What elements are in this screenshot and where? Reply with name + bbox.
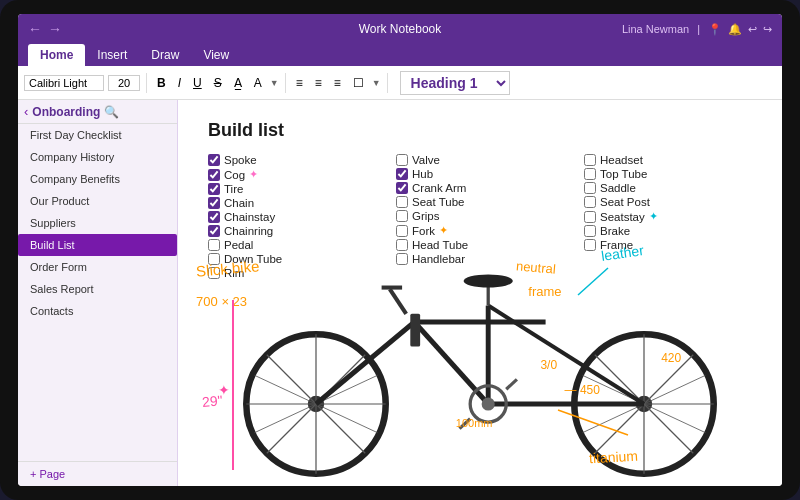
check-fork-input[interactable] xyxy=(396,225,408,237)
forward-arrow[interactable]: → xyxy=(48,21,62,37)
sidebar-item-company-history[interactable]: Company History xyxy=(18,146,177,168)
check-seatstay: Seatstay ✦ xyxy=(584,209,752,224)
check-chain-input[interactable] xyxy=(208,197,220,209)
check-grips: Grips xyxy=(396,209,564,223)
redo-icon[interactable]: ↪ xyxy=(763,23,772,36)
check-spoke: Spoke xyxy=(208,153,376,167)
bold-button[interactable]: B xyxy=(153,74,170,92)
notebook-section-label: Onboarding xyxy=(32,105,100,119)
title-bar-left: ← → xyxy=(28,21,62,37)
indent-button[interactable]: ≡ xyxy=(330,74,345,92)
undo-icon[interactable]: ↩ xyxy=(748,23,757,36)
check-tire: Tire xyxy=(208,182,376,196)
check-seat-tube: Seat Tube xyxy=(396,195,564,209)
sidebar-item-build-list[interactable]: Build List xyxy=(18,234,177,256)
font-color-button[interactable]: A xyxy=(250,74,266,92)
check-tire-input[interactable] xyxy=(208,183,220,195)
check-top-tube-input[interactable] xyxy=(584,168,596,180)
back-arrow[interactable]: ← xyxy=(28,21,42,37)
page-content: Build list Spoke Cog ✦ xyxy=(178,100,782,486)
numbered-list-button[interactable]: ≡ xyxy=(311,74,326,92)
main-content: ‹ Onboarding 🔍 First Day Checklist Compa… xyxy=(18,100,782,486)
user-name: Lina Newman xyxy=(622,23,689,35)
font-color-chevron: ▼ xyxy=(270,78,279,88)
divider-1 xyxy=(146,73,147,93)
bullet-list-button[interactable]: ≡ xyxy=(292,74,307,92)
sidebar-item-contacts[interactable]: Contacts xyxy=(18,300,177,322)
check-brake-input[interactable] xyxy=(584,225,596,237)
italic-button[interactable]: I xyxy=(174,74,185,92)
sidebar-item-order-form[interactable]: Order Form xyxy=(18,256,177,278)
tab-draw[interactable]: Draw xyxy=(139,44,191,66)
check-chainring-label: Chainring xyxy=(224,225,273,237)
title-bar: ← → Work Notebook Lina Newman | 📍 🔔 ↩ ↪ xyxy=(18,14,782,44)
sidebar-item-suppliers[interactable]: Suppliers xyxy=(18,212,177,234)
title-icons: 📍 🔔 ↩ ↪ xyxy=(708,23,772,36)
check-seat-tube-input[interactable] xyxy=(396,196,408,208)
svg-line-20 xyxy=(488,306,644,404)
search-icon[interactable]: 🔍 xyxy=(104,105,119,119)
tab-home[interactable]: Home xyxy=(28,44,85,66)
heading-select[interactable]: Heading 1 xyxy=(400,71,510,95)
cog-star-icon: ✦ xyxy=(249,168,258,181)
check-saddle-input[interactable] xyxy=(584,182,596,194)
device-frame: ← → Work Notebook Lina Newman | 📍 🔔 ↩ ↪ … xyxy=(0,0,800,500)
notification-icon[interactable]: 🔔 xyxy=(728,23,742,36)
svg-line-23 xyxy=(390,289,406,314)
check-seat-post-input[interactable] xyxy=(584,196,596,208)
seatstay-star-icon: ✦ xyxy=(649,210,658,223)
font-name-input[interactable] xyxy=(24,75,104,91)
check-top-tube-label: Top Tube xyxy=(600,168,647,180)
check-chainstay-input[interactable] xyxy=(208,211,220,223)
check-tire-label: Tire xyxy=(224,183,243,195)
strikethrough-button[interactable]: S xyxy=(210,74,226,92)
sidebar-back-icon[interactable]: ‹ xyxy=(24,104,28,119)
check-cog: Cog ✦ xyxy=(208,167,376,182)
check-brake: Brake xyxy=(584,224,752,238)
svg-line-29 xyxy=(460,419,471,429)
check-headset-input[interactable] xyxy=(584,154,596,166)
svg-point-28 xyxy=(482,397,495,410)
font-size-input[interactable] xyxy=(108,75,140,91)
check-spoke-input[interactable] xyxy=(208,154,220,166)
check-valve-input[interactable] xyxy=(396,154,408,166)
check-hub-input[interactable] xyxy=(396,168,408,180)
bike-illustration-area: Slick bike 700 × 23 29" neutral frame le… xyxy=(178,240,782,486)
check-cog-input[interactable] xyxy=(208,169,220,181)
sidebar-item-company-benefits[interactable]: Company Benefits xyxy=(18,168,177,190)
check-crank-arm-label: Crank Arm xyxy=(412,182,466,194)
sidebar-item-our-product[interactable]: Our Product xyxy=(18,190,177,212)
check-chainstay-label: Chainstay xyxy=(224,211,275,223)
check-grips-input[interactable] xyxy=(396,210,408,222)
sidebar-item-sales-report[interactable]: Sales Report xyxy=(18,278,177,300)
check-crank-arm-input[interactable] xyxy=(396,182,408,194)
add-page-button[interactable]: + Page xyxy=(18,461,177,486)
check-brake-label: Brake xyxy=(600,225,630,237)
tab-view[interactable]: View xyxy=(191,44,241,66)
check-cog-label: Cog xyxy=(224,169,245,181)
location-icon[interactable]: 📍 xyxy=(708,23,722,36)
tab-insert[interactable]: Insert xyxy=(85,44,139,66)
check-chainstay: Chainstay xyxy=(208,210,376,224)
check-hub-label: Hub xyxy=(412,168,433,180)
check-seat-post: Seat Post xyxy=(584,195,752,209)
check-headset-label: Headset xyxy=(600,154,643,166)
sidebar-item-first-day[interactable]: First Day Checklist xyxy=(18,124,177,146)
checklist-button[interactable]: ☐ xyxy=(349,74,368,92)
bike-svg xyxy=(178,240,782,486)
fork-star-icon: ✦ xyxy=(439,224,448,237)
check-seat-tube-label: Seat Tube xyxy=(412,196,464,208)
check-seatstay-input[interactable] xyxy=(584,211,596,223)
toolbar: B I U S A̲ A ▼ ≡ ≡ ≡ ☐ ▼ Heading 1 xyxy=(18,66,782,100)
check-chainring-input[interactable] xyxy=(208,225,220,237)
check-top-tube: Top Tube xyxy=(584,167,752,181)
check-seat-post-label: Seat Post xyxy=(600,196,650,208)
page-title: Build list xyxy=(208,120,752,141)
check-seatstay-label: Seatstay xyxy=(600,211,645,223)
check-headset: Headset xyxy=(584,153,752,167)
check-chainring: Chainring xyxy=(208,224,376,238)
underline-button[interactable]: U xyxy=(189,74,206,92)
separator: | xyxy=(697,23,700,35)
divider-3 xyxy=(387,73,388,93)
highlight-button[interactable]: A̲ xyxy=(230,74,246,92)
